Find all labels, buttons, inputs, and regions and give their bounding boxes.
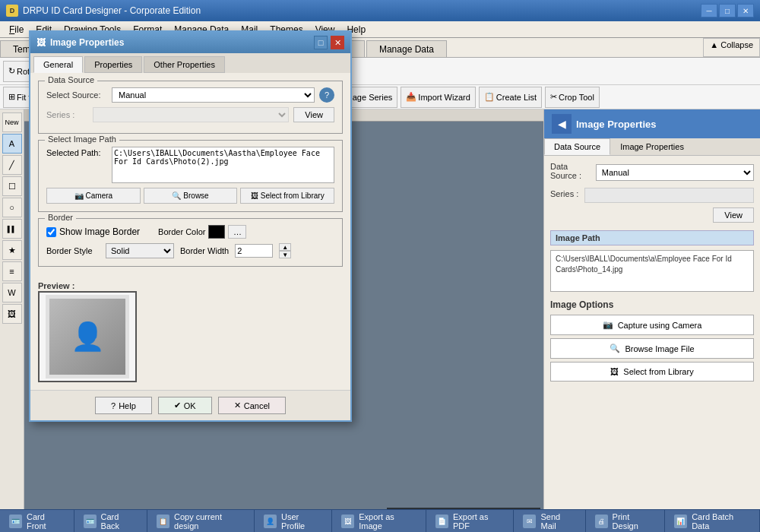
- spin-down-button[interactable]: ▼: [279, 251, 291, 258]
- tab-manage-data[interactable]: Manage Data: [366, 40, 447, 57]
- rp-view-button[interactable]: View: [713, 207, 754, 223]
- preview-label: Preview :: [38, 281, 74, 290]
- dialog-controls: □ ✕: [314, 36, 344, 49]
- tool-star[interactable]: ★: [2, 240, 22, 260]
- border-style-select[interactable]: Solid Dashed Dotted: [106, 243, 174, 258]
- crop-tool-button[interactable]: ✂ Crop Tool: [545, 87, 600, 108]
- border-group-label: Border: [45, 213, 76, 222]
- bottom-card-back[interactable]: 🪪 Card Back: [74, 510, 147, 532]
- dialog-footer: ? Help ✔ OK ✕ Cancel: [30, 390, 350, 420]
- collapse-button[interactable]: ▲ Collapse: [703, 38, 760, 57]
- border-width-input[interactable]: [235, 244, 273, 258]
- menu-file[interactable]: File: [3, 23, 30, 36]
- dialog-close-button[interactable]: ✕: [331, 36, 344, 49]
- border-width-label: Border Width: [180, 246, 229, 255]
- app-title: DRPU ID Card Designer - Corporate Editio…: [23, 5, 201, 16]
- rp-series-row: Series :: [550, 188, 754, 203]
- dialog-title-icon: 🖼: [36, 37, 46, 48]
- preview-box: 👤: [38, 291, 137, 382]
- dialog-content: Data Source Select Source: Manual ? Seri…: [30, 73, 350, 280]
- bottom-print-design[interactable]: 🖨 Print Design: [586, 510, 666, 532]
- bottom-batch-data[interactable]: 📊 Card Batch Data: [665, 510, 760, 532]
- dialog-titlebar: 🖼 Image Properties □ ✕: [30, 32, 350, 53]
- app-icon: D: [6, 5, 18, 17]
- rotate180-icon: ↻: [8, 66, 15, 76]
- library-button[interactable]: 🖼 Select from Library: [240, 188, 334, 204]
- create-list-button[interactable]: 📋 Create List: [479, 87, 542, 108]
- rp-library-button[interactable]: 🖼 Select from Library: [550, 362, 754, 382]
- maximize-button[interactable]: □: [719, 4, 736, 17]
- tool-text[interactable]: A: [2, 134, 22, 154]
- bottom-card-front[interactable]: 🪪 Card Front: [0, 510, 74, 532]
- panel-tab-data-source[interactable]: Data Source: [544, 138, 610, 155]
- path-box: Selected Path: C:\Users\IBALL\Documents\…: [46, 147, 334, 183]
- tool-watermark[interactable]: W: [2, 283, 22, 302]
- right-panel: ◀ Image Properties Data Source Image Pro…: [543, 109, 760, 509]
- right-panel-title: Image Properties: [576, 119, 657, 130]
- preview-section: Preview : 👤: [30, 280, 350, 390]
- bottom-copy-design[interactable]: 📋 Copy current design: [147, 510, 255, 532]
- title-bar-left: D DRPU ID Card Designer - Corporate Edit…: [6, 5, 201, 17]
- lib-icon: 🖼: [251, 192, 258, 200]
- rp-camera-button[interactable]: 📷 Capture using Camera: [550, 315, 754, 335]
- camera-icon: 📷: [603, 320, 613, 330]
- bottom-send-mail[interactable]: ✉ Send Mail: [514, 510, 585, 532]
- dialog-tab-other[interactable]: Other Properties: [144, 56, 225, 73]
- mail-icon: ✉: [523, 515, 536, 528]
- tool-new[interactable]: New: [2, 112, 22, 132]
- bottom-user-profile[interactable]: 👤 User Profile: [255, 510, 332, 532]
- panel-back-button[interactable]: ◀: [552, 114, 572, 134]
- border-group: Border Show Image Border Border Color … …: [38, 218, 343, 267]
- more-color-button[interactable]: …: [228, 225, 246, 239]
- rp-browse-button[interactable]: 🔍 Browse Image File: [550, 338, 754, 359]
- panel-tab-image-properties[interactable]: Image Properties: [610, 138, 694, 155]
- dialog-tab-properties[interactable]: Properties: [84, 56, 142, 73]
- panel-tabs: Data Source Image Properties: [544, 138, 760, 156]
- border-color-swatch[interactable]: [208, 225, 225, 239]
- close-button[interactable]: ✕: [737, 4, 754, 17]
- rp-image-path-value: C:\Users\IBALL\Documents\a\Employee Face…: [550, 250, 754, 292]
- browse-button[interactable]: 🔍 Browse: [144, 188, 238, 204]
- dialog-title-area: 🖼 Image Properties: [36, 37, 124, 48]
- bottom-export-pdf[interactable]: 📄 Export as PDF: [426, 510, 515, 532]
- tool-line[interactable]: ╱: [2, 155, 22, 175]
- right-panel-content: Data Source : Manual Series : View Image…: [544, 156, 760, 509]
- dialog-tab-general[interactable]: General: [33, 56, 83, 73]
- card-front-icon: 🪪: [9, 515, 22, 528]
- show-border-checkbox[interactable]: [46, 227, 56, 237]
- copy-icon: 📋: [157, 515, 169, 528]
- camera-button[interactable]: 📷 Camera: [46, 188, 141, 204]
- rp-data-source-group: Data Source : Manual Series : View: [550, 162, 754, 223]
- spin-up-button[interactable]: ▲: [279, 243, 291, 251]
- minimize-button[interactable]: ─: [701, 4, 717, 17]
- view-button[interactable]: View: [293, 107, 334, 122]
- image-properties-dialog: 🖼 Image Properties □ ✕ General Propertie…: [29, 30, 352, 422]
- image-path-group-label: Select Image Path: [45, 135, 119, 144]
- ok-button[interactable]: ✔ OK: [158, 397, 212, 414]
- source-select[interactable]: Manual: [112, 87, 315, 103]
- rp-data-source-select[interactable]: Manual: [596, 164, 754, 181]
- tool-ellipse[interactable]: ○: [2, 198, 22, 217]
- import-wizard-button[interactable]: 📥 Import Wizard: [401, 87, 475, 108]
- help-button[interactable]: ? Help: [95, 397, 152, 414]
- export-image-icon: 🖼: [341, 515, 354, 528]
- tool-image[interactable]: 🖼: [2, 304, 22, 324]
- select-source-label: Select Source:: [46, 90, 107, 100]
- bottom-export-image[interactable]: 🖼 Export as Image: [332, 510, 426, 532]
- cancel-button[interactable]: ✕ Cancel: [218, 397, 286, 414]
- path-textarea[interactable]: C:\Users\IBALL\Documents\Aastha\Employee…: [112, 147, 334, 183]
- help-circle-button[interactable]: ?: [319, 87, 334, 103]
- ok-icon: ✔: [174, 401, 181, 410]
- dialog-tabs: General Properties Other Properties: [30, 53, 350, 73]
- tool-table[interactable]: ≡: [2, 261, 22, 281]
- batch-icon: 📊: [674, 515, 687, 528]
- export-pdf-icon: 📄: [435, 515, 448, 528]
- card-back-icon: 🪪: [84, 515, 97, 528]
- rp-series-input: [584, 188, 754, 203]
- tool-rect[interactable]: ☐: [2, 176, 22, 196]
- left-sidebar: New A ╱ ☐ ○ ▌▌ ★ ≡ W 🖼: [0, 109, 24, 509]
- tool-barcode[interactable]: ▌▌: [2, 219, 22, 239]
- dialog-maximize-button[interactable]: □: [314, 36, 328, 49]
- print-icon: 🖨: [595, 515, 608, 528]
- show-border-label: Show Image Border: [59, 226, 140, 237]
